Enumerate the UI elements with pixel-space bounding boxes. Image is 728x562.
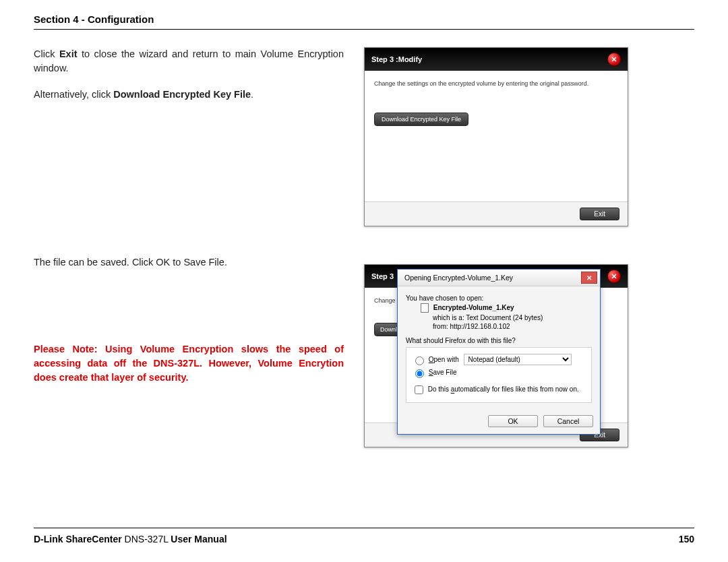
save-file-radio[interactable] [415,369,424,378]
open-with-label: Open with [429,356,459,363]
download-encrypted-key-button[interactable]: Download Encrypted Key File [374,113,468,126]
close-icon[interactable] [607,270,621,283]
wizard-instruction: Change the settings on the encrypted vol… [374,80,618,87]
wizard-step3-modify: Step 3 :Modify Change the settings on th… [364,47,628,226]
file-icon [421,303,429,313]
open-with-radio-row[interactable]: Open with Notepad (default) [412,354,586,365]
text: . [251,89,253,100]
instruction-text-column: Click Exit to close the wizard and retur… [34,47,344,447]
cancel-button[interactable]: Cancel [543,415,593,427]
auto-checkbox-row[interactable]: Do this automatically for files like thi… [412,383,586,396]
dialog-from: from: http://192.168.0.102 [406,323,592,330]
warning-note: Please Note: Using Volume Encryption slo… [34,342,344,385]
save-file-radio-row[interactable]: Save File [412,367,586,378]
wizard-footer: Exit [365,201,628,226]
paragraph-download: Alternatively, click Download Encrypted … [34,88,344,102]
wizard-header: Step 3 :Modify [365,48,628,71]
open-with-radio[interactable] [415,356,424,365]
footer-model: DNS-327L [122,534,171,544]
bold-download: Download Encrypted Key File [113,89,251,100]
dialog-footer: OK Cancel [398,411,600,434]
exit-button[interactable]: Exit [580,208,619,220]
text: to close the wizard and return to main V… [34,49,344,73]
auto-label: Do this automatically for files like thi… [428,386,579,394]
wizard-with-save-dialog: Step 3 Change th Downl Exit Opening Encr… [364,264,628,447]
wizard-title: Step 3 :Modify [371,55,422,63]
footer-manual: User Manual [171,534,226,544]
paragraph-exit: Click Exit to close the wizard and retur… [34,47,344,75]
dialog-choice-panel: Open with Notepad (default) Save File [406,347,592,403]
dialog-filename-row: Encrypted-Volume_1.Key [406,303,592,313]
page-footer: D-Link ShareCenter DNS-327L User Manual … [34,528,694,544]
footer-brand: D-Link ShareCenter [34,534,122,544]
note-text: Please Note: Using Volume Encryption slo… [34,344,344,383]
dialog-body: You have chosen to open: Encrypted-Volum… [398,286,600,411]
open-with-select[interactable]: Notepad (default) [464,354,572,365]
screenshots-column: Step 3 :Modify Change the settings on th… [364,47,694,447]
wizard-title-partial: Step 3 [371,272,394,280]
bold-exit: Exit [59,49,78,59]
text: Click [34,49,59,59]
text: Alternatively, click [34,89,113,100]
dialog-chosen-label: You have chosen to open: [406,294,592,302]
dialog-titlebar: Opening Encrypted-Volume_1.Key ✕ [398,270,600,286]
dialog-which-is: which is a: Text Document (24 bytes) [406,314,592,321]
dialog-title: Opening Encrypted-Volume_1.Key [404,274,513,282]
spacer [34,114,344,255]
auto-checkbox[interactable] [415,385,423,394]
dialog-question: What should Firefox do with this file? [406,337,592,344]
close-icon[interactable] [607,53,621,66]
page-number: 150 [679,534,694,544]
paragraph-savefile: The file can be saved. Click OK to Save … [34,255,344,270]
section-header: Section 4 - Configuration [34,13,694,30]
content-columns: Click Exit to close the wizard and retur… [34,47,694,447]
spacer [34,282,344,342]
wizard-body: Change the settings on the encrypted vol… [365,71,628,201]
dialog-filename: Encrypted-Volume_1.Key [433,304,514,311]
dialog-close-icon[interactable]: ✕ [581,272,597,284]
firefox-download-dialog: Opening Encrypted-Volume_1.Key ✕ You hav… [397,269,601,435]
page-number-value: 150 [679,534,694,544]
note-period: . [185,372,188,383]
ok-button[interactable]: OK [488,415,538,427]
save-file-label: Save File [429,369,457,376]
footer-title: D-Link ShareCenter DNS-327L User Manual [34,534,227,544]
